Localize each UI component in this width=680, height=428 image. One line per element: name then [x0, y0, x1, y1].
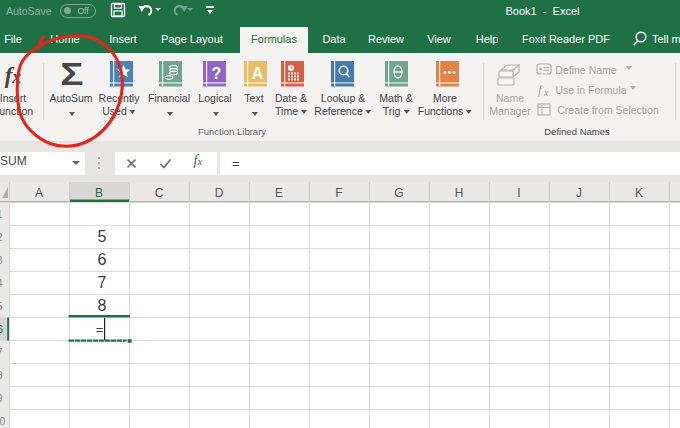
svg-text:8: 8: [98, 297, 107, 314]
svg-text:x: x: [543, 87, 549, 97]
svg-text:3: 3: [0, 254, 3, 266]
svg-text:A: A: [251, 65, 263, 82]
svg-text:5: 5: [98, 228, 107, 245]
svg-text:E: E: [275, 186, 283, 200]
svg-text:10: 10: [0, 415, 6, 427]
svg-text:D: D: [215, 186, 224, 200]
svg-text:1: 1: [0, 208, 3, 220]
svg-text:6: 6: [98, 251, 107, 268]
svg-text:7: 7: [0, 346, 3, 358]
svg-text:F: F: [335, 186, 342, 200]
svg-text:2: 2: [0, 231, 3, 243]
svg-text:C: C: [155, 186, 164, 200]
svg-text:5: 5: [0, 300, 3, 312]
svg-text:K: K: [635, 186, 643, 200]
svg-text:8: 8: [0, 369, 3, 381]
svg-text:=: =: [96, 322, 104, 337]
svg-text:G: G: [394, 186, 403, 200]
svg-text:?: ?: [212, 65, 222, 82]
svg-text:4: 4: [0, 277, 3, 289]
svg-text:B: B: [95, 186, 103, 200]
svg-text:A: A: [35, 186, 43, 200]
svg-text:7: 7: [98, 274, 107, 291]
svg-text:6: 6: [0, 323, 3, 335]
svg-text:H: H: [455, 186, 464, 200]
svg-text:9: 9: [0, 392, 3, 404]
svg-text:I: I: [517, 186, 520, 200]
svg-text:J: J: [576, 186, 582, 200]
